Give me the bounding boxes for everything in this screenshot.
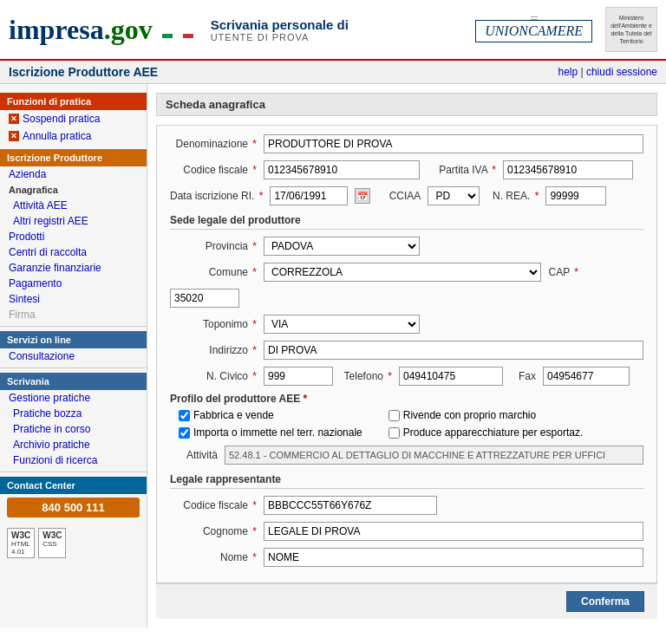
- scheda-title: Scheda anagrafica: [156, 93, 657, 116]
- telefono-label: Telefono *: [340, 370, 392, 382]
- telefono-input[interactable]: [399, 367, 503, 386]
- help-link[interactable]: help: [558, 66, 578, 78]
- anagrafica-label: Anagrafica: [0, 182, 147, 198]
- provincia-select[interactable]: PADOVA: [264, 237, 420, 256]
- rivende-checkbox[interactable]: [388, 410, 400, 421]
- comune-label: Comune *: [170, 266, 257, 278]
- sidebar-item-altri-registri[interactable]: Altri registri AEE: [0, 213, 147, 229]
- legale-cf-input[interactable]: [264, 496, 437, 515]
- sidebar: Funzioni di pratica ✕ Sospendi pratica ✕…: [0, 84, 147, 628]
- sospendi-icon: ✕: [9, 114, 19, 124]
- cap-input[interactable]: [170, 289, 239, 308]
- provincia-label: Provincia *: [170, 240, 257, 252]
- sidebar-item-pagamento[interactable]: Pagamento: [0, 276, 147, 291]
- fabbrica-checkbox[interactable]: [179, 410, 190, 421]
- conferma-button[interactable]: Conferma: [566, 591, 644, 612]
- sidebar-item-sospendi[interactable]: ✕ Sospendi pratica: [0, 110, 147, 127]
- indirizzo-row: Indirizzo *: [170, 341, 643, 360]
- produce-checkbox[interactable]: [388, 427, 400, 439]
- form-inner: Denominazione * Codice fiscale * Partita…: [157, 126, 656, 582]
- sidebar-item-centri[interactable]: Centri di raccolta: [0, 244, 147, 260]
- n-rea-input[interactable]: [545, 186, 606, 205]
- partita-iva-input[interactable]: [503, 160, 633, 179]
- sidebar-item-archivio[interactable]: Archivio pratiche: [0, 437, 147, 452]
- form-scrollable[interactable]: Denominazione * Codice fiscale * Partita…: [156, 125, 657, 583]
- sidebar-item-gestione[interactable]: Gestione pratiche: [0, 390, 147, 406]
- nome-row: Nome *: [170, 548, 643, 567]
- bottom-bar: Conferma: [156, 583, 657, 619]
- sidebar-item-prodotti[interactable]: Prodotti: [0, 229, 147, 244]
- main-layout: Funzioni di pratica ✕ Sospendi pratica ✕…: [0, 84, 666, 628]
- logo-area: impresa.gov Scrivania personale di UTENT…: [9, 14, 475, 46]
- sidebar-item-annulla[interactable]: ✕ Annulla pratica: [0, 127, 147, 145]
- indirizzo-input[interactable]: [264, 341, 643, 360]
- w3c-css-badge: W3C CSS: [38, 528, 66, 558]
- n-civico-label: N. Civico *: [170, 370, 257, 382]
- profilo-title: Profilo del produttore AEE *: [170, 393, 307, 405]
- data-cciaa-rea-row: Data iscrizione RI. * 📅 CCIAA PD N. REA.…: [170, 186, 643, 205]
- contact-center-title: Contact Center: [0, 477, 147, 494]
- content-area: Scheda anagrafica Denominazione * Codice…: [147, 84, 666, 628]
- cognome-row: Cognome *: [170, 522, 643, 541]
- logo: impresa.gov: [9, 14, 193, 46]
- codice-fiscale-input[interactable]: [264, 160, 420, 179]
- denominazione-row: Denominazione *: [170, 134, 643, 153]
- ministero-logo: Ministero dell'Ambiente e della Tutela d…: [605, 7, 657, 52]
- checkbox-fabbrica: Fabbrica e vende: [179, 409, 362, 421]
- data-iscrizione-label: Data iscrizione RI. *: [170, 190, 263, 202]
- toponimo-row: Toponimo * VIA: [170, 315, 643, 334]
- denominazione-input[interactable]: [264, 134, 643, 153]
- checkbox-group: Fabbrica e vende Importa o immette nel t…: [179, 409, 643, 439]
- indirizzo-label: Indirizzo *: [170, 344, 257, 356]
- cap-label: CAP *: [548, 266, 578, 278]
- sidebar-item-sintesi[interactable]: Sintesi: [0, 291, 147, 307]
- attivita-input: [225, 446, 643, 465]
- nome-input[interactable]: [264, 548, 643, 567]
- nome-label: Nome *: [170, 551, 257, 563]
- cciaa-label: CCIAA: [377, 190, 421, 202]
- utente-label: UTENTE DI PROVA: [211, 32, 349, 42]
- data-iscrizione-input[interactable]: [270, 186, 348, 205]
- importa-checkbox[interactable]: [179, 427, 190, 439]
- fax-input[interactable]: [543, 367, 630, 386]
- checkbox-col-left: Fabbrica e vende Importa o immette nel t…: [179, 409, 362, 439]
- calendar-icon[interactable]: 📅: [355, 188, 370, 204]
- servizi-section-title: Servizi on line: [0, 331, 147, 348]
- cognome-input[interactable]: [264, 522, 643, 541]
- sidebar-item-azienda[interactable]: Azienda: [0, 166, 147, 182]
- sidebar-item-garanzie[interactable]: Garanzie finanziarie: [0, 260, 147, 276]
- page-title: Iscrizione Produttore AEE: [9, 65, 158, 79]
- produce-label: Produce apparecchiature per esportaz.: [403, 426, 583, 439]
- partita-iva-label: Partita IVA *: [427, 164, 496, 176]
- sidebar-item-attivita[interactable]: Attività AEE: [0, 198, 147, 213]
- sidebar-item-pratiche-bozza[interactable]: Pratiche bozza: [0, 406, 147, 421]
- fax-label: Fax: [510, 370, 536, 382]
- sidebar-item-consultazione[interactable]: Consultazione: [0, 348, 147, 364]
- rivende-label: Rivende con proprio marchio: [403, 409, 536, 421]
- cognome-label: Cognome *: [170, 525, 257, 537]
- sidebar-item-funzioni-ricerca[interactable]: Funzioni di ricerca: [0, 452, 147, 468]
- scrivania-info: Scrivania personale di UTENTE DI PROVA: [211, 17, 349, 42]
- nav-bar: Iscrizione Produttore AEE help | chiudi …: [0, 61, 666, 84]
- comune-select[interactable]: CORREZZOLA: [264, 263, 541, 282]
- toponimo-select[interactable]: VIA: [264, 315, 420, 334]
- legale-cf-row: Codice fiscale *: [170, 496, 643, 515]
- sidebar-item-pratiche-corso[interactable]: Pratiche in corso: [0, 421, 147, 437]
- header: impresa.gov Scrivania personale di UTENT…: [0, 0, 666, 61]
- n-civico-input[interactable]: [264, 367, 333, 386]
- codice-fiscale-label: Codice fiscale *: [170, 164, 257, 176]
- sede-legale-title: Sede legale del produttore: [170, 214, 643, 230]
- nav-links: help | chiudi sessione: [558, 66, 657, 78]
- sidebar-item-firma[interactable]: Firma: [0, 307, 147, 322]
- checkbox-produce: Produce apparecchiature per esportaz.: [388, 426, 583, 439]
- attivita-field-label: Attività: [170, 449, 218, 461]
- partner-logos: UNIONCAMERE Ministero dell'Ambiente e de…: [475, 7, 657, 52]
- funzioni-section-title: Funzioni di pratica: [0, 93, 147, 110]
- chiudi-sessione-link[interactable]: chiudi sessione: [586, 66, 657, 78]
- iscrizione-section-title: Iscrizione Produttore: [0, 149, 147, 166]
- divider3: [0, 472, 147, 472]
- w3c-badges: W3C HTML4.01 W3C CSS: [0, 521, 147, 565]
- cciaa-select[interactable]: PD: [428, 186, 480, 205]
- checkbox-importa: Importa o immette nel terr. nazionale: [179, 426, 362, 439]
- checkbox-rivende: Rivende con proprio marchio: [388, 409, 583, 421]
